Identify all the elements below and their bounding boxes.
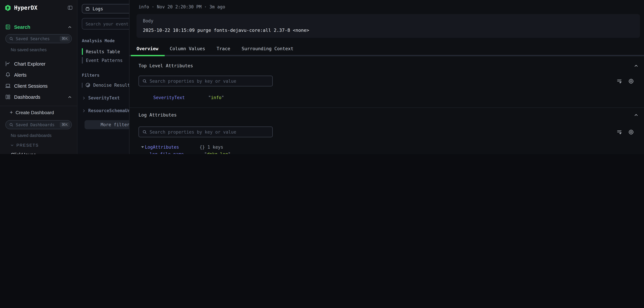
sidebar: HyperDX Search Saved Searches ⌘K No save… (0, 0, 78, 154)
wrap-lines-icon[interactable] (616, 129, 622, 135)
sidebar-nav: Chart Explorer Alerts Client Sessions Da… (0, 58, 77, 102)
archive-icon (85, 6, 90, 11)
sidebar-item-client-sessions[interactable]: Client Sessions (0, 80, 77, 91)
no-saved-searches-text: No saved searches (11, 47, 72, 52)
search-icon (9, 123, 14, 127)
caret-down-icon[interactable] (141, 146, 144, 148)
attribute-key[interactable]: SeverityText (153, 95, 208, 100)
sidebar-item-alerts[interactable]: Alerts (0, 69, 77, 80)
log-attrs-toolbar: Search properties by key or value (138, 127, 634, 137)
search-icon (142, 130, 147, 134)
tab-surrounding-context[interactable]: Surrounding Context (236, 46, 299, 52)
preset-clickhouse[interactable]: ClickHouse (11, 150, 77, 154)
body-text[interactable]: 2025-10-22 10:15:09 purge fonts-dejavu-c… (143, 27, 634, 33)
sidebar-item-search[interactable]: Search (0, 24, 77, 30)
section-divider (130, 108, 644, 108)
section-log-attributes: Log Attributes (138, 112, 639, 118)
denoise-label: Denoise Results (93, 83, 129, 88)
nav-label: Client Sessions (14, 83, 48, 89)
tab-overview[interactable]: Overview (131, 46, 164, 52)
create-dashboard-button[interactable]: + Create Dashboard (0, 106, 77, 119)
attribute-row: log.file.name "dpkg.log" (150, 152, 644, 154)
presets-list: ClickHouse Services Kubernetes (0, 150, 77, 154)
plus-icon: + (10, 110, 13, 115)
saved-dashboards-input[interactable]: Saved Dashboards ⌘K (5, 120, 72, 129)
search-icon (9, 36, 14, 41)
section-title: Top Level Attributes (138, 63, 193, 68)
search-section-icon (5, 24, 11, 30)
chevron-up-icon[interactable] (68, 95, 72, 99)
event-search-placeholder: Search your event (86, 21, 128, 26)
nav-label: Alerts (14, 72, 26, 78)
denoise-checkbox[interactable] (82, 83, 82, 88)
search-icon (142, 79, 147, 83)
filters-label: Filters (82, 73, 129, 78)
attribute-row: SeverityText "info" (153, 95, 644, 100)
event-detail-panel: info · Nov 20 2:20:30 PM · 3m ago Body 2… (129, 0, 644, 154)
dashboard-icon (5, 94, 11, 100)
attribute-value[interactable]: "dpkg.log" (204, 152, 230, 154)
event-body-card: Body 2025-10-22 10:15:09 purge fonts-dej… (136, 14, 640, 38)
wrap-lines-icon[interactable] (616, 78, 622, 84)
denoise-results-toggle[interactable]: Denoise Results (82, 82, 129, 88)
more-filters-button[interactable]: More filters (84, 120, 129, 129)
chevron-up-icon[interactable] (68, 25, 72, 29)
attribute-tree-root[interactable]: LogAttributes {} 1 keys (141, 145, 644, 150)
hyperdx-logo-icon (4, 4, 12, 11)
filter-group-resourceschemaurl[interactable]: ResourceSchemaUrl (82, 108, 129, 113)
property-search-input[interactable]: Search properties by key or value (138, 76, 273, 86)
sidebar-item-chart-explorer[interactable]: Chart Explorer (0, 58, 77, 69)
nav-label: Dashboards (14, 94, 40, 100)
saved-dashboards-placeholder: Saved Dashboards (16, 122, 57, 127)
sidebar-item-dashboards[interactable]: Dashboards (0, 91, 77, 102)
nav-label: Chart Explorer (14, 61, 46, 66)
tab-trace[interactable]: Trace (211, 46, 236, 52)
no-saved-dashboards-text: No saved dashboards (11, 133, 72, 138)
filter-group-severitytext[interactable]: SeverityText (82, 95, 129, 100)
saved-searches-placeholder: Saved Searches (16, 36, 57, 41)
presets-label: PRESETS (16, 143, 39, 148)
event-meta: info · Nov 20 2:20:30 PM · 3m ago (138, 4, 644, 9)
collapse-section-icon[interactable] (634, 112, 639, 117)
search-section-label: Search (14, 24, 30, 30)
tab-column-values[interactable]: Column Values (164, 46, 211, 52)
keys-count: {} 1 keys (200, 145, 223, 150)
half-circle-icon (85, 82, 90, 88)
collapse-sidebar-icon[interactable] (68, 5, 73, 10)
saved-searches-input[interactable]: Saved Searches ⌘K (5, 34, 72, 43)
detail-tabs: Overview Column Values Trace Surrounding… (130, 46, 644, 52)
attribute-value[interactable]: "info" (208, 95, 224, 100)
source-select[interactable]: Logs (82, 4, 129, 13)
shortcut-badge: ⌘K (60, 122, 70, 128)
mode-indicator (82, 57, 83, 64)
create-dashboard-label: Create Dashboard (16, 110, 54, 115)
chart-icon (5, 61, 11, 67)
property-search-input[interactable]: Search properties by key or value (138, 127, 273, 137)
search-filters-panel: Logs Search your event Analysis Mode Res… (78, 0, 129, 154)
event-search-input[interactable]: Search your event (82, 18, 129, 29)
analysis-mode-label: Analysis Mode (82, 38, 129, 43)
presets-toggle[interactable]: PRESETS (10, 143, 77, 148)
gear-icon[interactable] (628, 129, 634, 135)
active-mode-indicator (82, 48, 83, 55)
section-top-level-attributes: Top Level Attributes (138, 63, 639, 68)
tab-underline-track (130, 55, 644, 56)
attribute-key[interactable]: log.file.name (150, 152, 204, 154)
mode-results-table[interactable]: Results Table (82, 47, 129, 56)
hyperdx-app: HyperDX Search Saved Searches ⌘K No save… (0, 0, 644, 154)
active-tab-indicator (131, 55, 165, 56)
section-title: Log Attributes (138, 112, 177, 118)
logo-row: HyperDX (0, 0, 77, 15)
source-select-value: Logs (92, 6, 103, 11)
bell-icon (5, 72, 11, 78)
gear-icon[interactable] (628, 78, 634, 84)
chevron-down-icon (10, 143, 14, 147)
app-title: HyperDX (14, 4, 38, 11)
mode-event-patterns[interactable]: Event Patterns (82, 56, 129, 65)
shortcut-badge: ⌘K (60, 36, 70, 41)
chevron-right-icon (82, 109, 86, 113)
collapse-section-icon[interactable] (634, 63, 639, 68)
chevron-right-icon (82, 96, 86, 100)
body-label: Body (143, 18, 634, 23)
laptop-icon (5, 83, 11, 89)
